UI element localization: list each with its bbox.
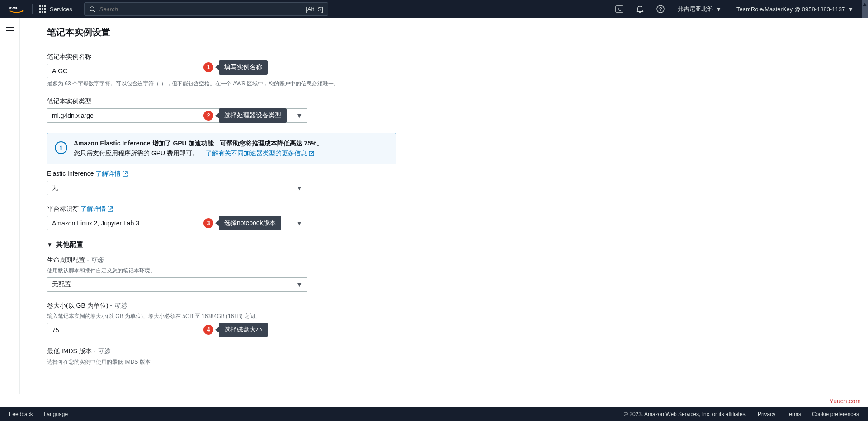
field-elastic-inference: Elastic Inference 了解详情 无 ▼ [47, 170, 414, 195]
imds-label: 最低 IMDS 版本 - 可选 [47, 347, 414, 356]
info-link-text: 了解有关不同加速器类型的更多信息 [206, 150, 307, 158]
help-icon: ? [656, 5, 665, 13]
right-spacer [427, 18, 868, 394]
field-platform: 平台标识符 了解详情 Amazon Linux 2, Jupyter Lab 3… [47, 205, 414, 230]
platform-learn-more-link[interactable]: 了解详情 [80, 205, 113, 213]
callout-arrow-icon [215, 65, 219, 70]
volume-input[interactable]: 75 [47, 323, 307, 337]
hamburger-button[interactable] [6, 27, 14, 394]
callout-text: 选择磁盘大小 [219, 323, 268, 337]
volume-label: 卷大小(以 GB 为单位) - 可选 [47, 302, 414, 310]
search-icon [89, 6, 96, 13]
cloudshell-icon [615, 5, 623, 13]
search-box[interactable]: [Alt+S] [84, 2, 328, 16]
callout-1: 1 填写实例名称 [203, 60, 268, 75]
region-selector[interactable]: 弗吉尼亚北部 ▼ [671, 5, 728, 13]
info-content: Amazon Elastic Inference 增加了 GPU 加速功能，可帮… [74, 140, 323, 158]
external-link-icon [108, 206, 113, 212]
lifecycle-label: 生命周期配置 - 可选 [47, 256, 414, 264]
name-help: 最多为 63 个字母数字字符。可以包含连字符（-），但不能包含空格。在一个 AW… [47, 80, 414, 88]
info-sub-prefix: 您只需支付应用程序所需的 GPU 费用即可。 [74, 150, 198, 157]
other-config-toggle[interactable]: ▼ 其他配置 [47, 240, 414, 249]
hamburger-icon [6, 27, 14, 33]
lifecycle-select[interactable]: 无配置 ▼ [47, 277, 307, 292]
type-value: ml.g4dn.xlarge [52, 112, 94, 119]
ei-link-text: 了解详情 [95, 170, 121, 178]
grid-icon [39, 5, 46, 13]
chevron-down-icon: ▼ [716, 6, 722, 13]
imds-optional: - 可选 [94, 347, 110, 355]
lifecycle-label-text: 生命周期配置 [47, 256, 85, 263]
svg-text:?: ? [659, 6, 662, 12]
chevron-down-icon: ▼ [296, 281, 302, 288]
account-selector[interactable]: TeamRole/MasterKey @ 0958-1883-1137 ▼ [728, 6, 862, 13]
callout-text: 填写实例名称 [219, 60, 268, 75]
ei-select[interactable]: 无 ▼ [47, 181, 307, 195]
chevron-up-icon: ▲ [862, 1, 868, 7]
chevron-down-icon: ▼ [296, 220, 302, 227]
svg-text:aws: aws [9, 5, 18, 10]
callout-text: 选择处理器设备类型 [219, 108, 287, 123]
search-shortcut-hint: [Alt+S] [306, 6, 323, 13]
volume-help: 输入笔记本实例的卷大小(以 GB 为单位)。卷大小必须在 5GB 至 16384… [47, 313, 414, 320]
search-input[interactable] [99, 6, 306, 13]
lifecycle-value: 无配置 [52, 281, 71, 289]
name-input[interactable]: AIGC [47, 64, 307, 78]
platform-label: 平台标识符 了解详情 [47, 205, 414, 213]
region-label: 弗吉尼亚北部 [678, 5, 713, 13]
body-row: 笔记本实例设置 笔记本实例名称 AIGC 最多为 63 个字母数字字符。可以包含… [0, 18, 868, 394]
expando-title: 其他配置 [56, 240, 83, 249]
platform-value: Amazon Linux 2, Jupyter Lab 3 [52, 220, 139, 227]
type-label: 笔记本实例类型 [47, 98, 414, 106]
info-learn-more-link[interactable]: 了解有关不同加速器类型的更多信息 [206, 150, 314, 158]
platform-label-text: 平台标识符 [47, 205, 79, 212]
callout-text: 选择notebook版本 [219, 216, 281, 230]
volume-optional: - 可选 [110, 302, 127, 309]
services-button[interactable]: Services [33, 5, 79, 13]
callout-arrow-icon [215, 327, 219, 332]
info-icon: i [55, 141, 67, 154]
callout-arrow-icon [215, 220, 219, 226]
chevron-down-icon: ▼ [848, 6, 854, 13]
aws-logo-icon: aws [9, 5, 24, 14]
callout-2: 2 选择处理器设备类型 [203, 108, 287, 123]
lifecycle-help: 使用默认脚本和插件自定义您的笔记本环境。 [47, 267, 414, 275]
field-volume: 卷大小(以 GB 为单位) - 可选 输入笔记本实例的卷大小(以 GB 为单位)… [47, 302, 414, 337]
field-lifecycle: 生命周期配置 - 可选 使用默认脚本和插件自定义您的笔记本环境。 无配置 ▼ [47, 256, 414, 292]
services-label: Services [50, 6, 72, 13]
imds-label-text: 最低 IMDS 版本 [47, 347, 92, 355]
callout-num: 2 [203, 111, 213, 121]
notifications-button[interactable] [630, 0, 650, 18]
callout-4: 4 选择磁盘大小 [203, 323, 268, 337]
bell-icon [636, 5, 644, 13]
ei-label-text: Elastic Inference [47, 170, 94, 177]
cloudshell-button[interactable] [609, 0, 630, 18]
ei-learn-more-link[interactable]: 了解详情 [95, 170, 128, 178]
chevron-down-icon: ▼ [296, 112, 302, 119]
info-title: Amazon Elastic Inference 增加了 GPU 加速功能，可帮… [74, 140, 323, 147]
sidebar-collapsed [0, 18, 20, 394]
field-imds: 最低 IMDS 版本 - 可选 选择可在您的实例中使用的最低 IMDS 版本 [47, 347, 414, 366]
svg-line-2 [94, 10, 95, 12]
callout-num: 4 [203, 325, 213, 335]
field-notebook-name: 笔记本实例名称 AIGC 最多为 63 个字母数字字符。可以包含连字符（-），但… [47, 53, 414, 88]
chevron-down-icon: ▼ [47, 242, 52, 248]
external-link-icon [309, 151, 314, 156]
platform-link-text: 了解详情 [80, 205, 106, 213]
panel-title: 笔记本实例设置 [47, 26, 414, 38]
callout-arrow-icon [215, 113, 219, 118]
external-link-icon [123, 171, 128, 177]
help-button[interactable]: ? [650, 0, 671, 18]
svg-point-1 [90, 6, 94, 10]
info-sub: 您只需支付应用程序所需的 GPU 费用即可。 了解有关不同加速器类型的更多信息 [74, 150, 323, 158]
scroll-indicator[interactable]: ▲ [862, 0, 868, 18]
aws-logo[interactable]: aws [0, 5, 32, 14]
main-panel: 笔记本实例设置 笔记本实例名称 AIGC 最多为 63 个字母数字字符。可以包含… [20, 18, 427, 394]
imds-help: 选择可在您的实例中使用的最低 IMDS 版本 [47, 358, 414, 366]
account-label: TeamRole/MasterKey @ 0958-1883-1137 [736, 6, 845, 13]
callout-num: 3 [203, 218, 213, 228]
name-value: AIGC [52, 67, 67, 75]
callout-3: 3 选择notebook版本 [203, 216, 281, 230]
chevron-down-icon: ▼ [296, 184, 302, 192]
nav-right: ? 弗吉尼亚北部 ▼ TeamRole/MasterKey @ 0958-188… [609, 0, 868, 18]
